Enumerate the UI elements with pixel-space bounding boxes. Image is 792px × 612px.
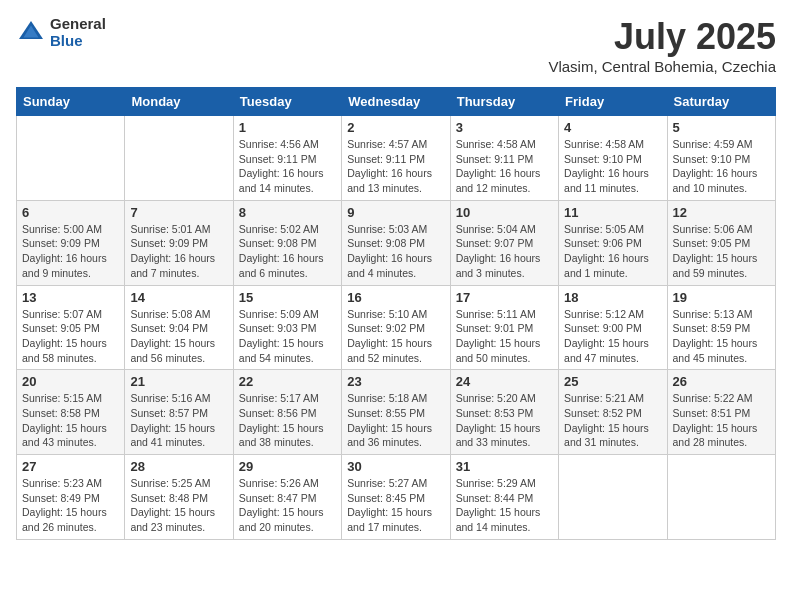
calendar-cell: 30Sunrise: 5:27 AM Sunset: 8:45 PM Dayli… [342,455,450,540]
day-number: 19 [673,290,770,305]
calendar-cell: 2Sunrise: 4:57 AM Sunset: 9:11 PM Daylig… [342,116,450,201]
day-info: Sunrise: 4:57 AM Sunset: 9:11 PM Dayligh… [347,137,444,196]
calendar-cell: 9Sunrise: 5:03 AM Sunset: 9:08 PM Daylig… [342,200,450,285]
calendar-cell: 31Sunrise: 5:29 AM Sunset: 8:44 PM Dayli… [450,455,558,540]
day-info: Sunrise: 5:07 AM Sunset: 9:05 PM Dayligh… [22,307,119,366]
calendar-cell: 26Sunrise: 5:22 AM Sunset: 8:51 PM Dayli… [667,370,775,455]
calendar-cell: 22Sunrise: 5:17 AM Sunset: 8:56 PM Dayli… [233,370,341,455]
day-number: 4 [564,120,661,135]
day-info: Sunrise: 5:01 AM Sunset: 9:09 PM Dayligh… [130,222,227,281]
day-number: 24 [456,374,553,389]
weekday-header: Tuesday [233,88,341,116]
day-info: Sunrise: 5:13 AM Sunset: 8:59 PM Dayligh… [673,307,770,366]
calendar-week-row: 6Sunrise: 5:00 AM Sunset: 9:09 PM Daylig… [17,200,776,285]
logo-icon [16,18,46,48]
day-info: Sunrise: 5:23 AM Sunset: 8:49 PM Dayligh… [22,476,119,535]
calendar-cell: 6Sunrise: 5:00 AM Sunset: 9:09 PM Daylig… [17,200,125,285]
day-number: 10 [456,205,553,220]
day-number: 21 [130,374,227,389]
day-number: 28 [130,459,227,474]
day-info: Sunrise: 5:27 AM Sunset: 8:45 PM Dayligh… [347,476,444,535]
day-number: 1 [239,120,336,135]
calendar-cell: 10Sunrise: 5:04 AM Sunset: 9:07 PM Dayli… [450,200,558,285]
day-number: 16 [347,290,444,305]
calendar-cell: 24Sunrise: 5:20 AM Sunset: 8:53 PM Dayli… [450,370,558,455]
weekday-header: Sunday [17,88,125,116]
calendar-cell: 25Sunrise: 5:21 AM Sunset: 8:52 PM Dayli… [559,370,667,455]
calendar-cell: 8Sunrise: 5:02 AM Sunset: 9:08 PM Daylig… [233,200,341,285]
day-number: 17 [456,290,553,305]
weekday-header: Saturday [667,88,775,116]
day-info: Sunrise: 4:56 AM Sunset: 9:11 PM Dayligh… [239,137,336,196]
calendar-week-row: 1Sunrise: 4:56 AM Sunset: 9:11 PM Daylig… [17,116,776,201]
day-number: 26 [673,374,770,389]
weekday-header: Wednesday [342,88,450,116]
day-number: 14 [130,290,227,305]
logo-blue: Blue [50,33,106,50]
day-number: 13 [22,290,119,305]
main-title: July 2025 [548,16,776,58]
day-number: 27 [22,459,119,474]
day-number: 22 [239,374,336,389]
weekday-header: Monday [125,88,233,116]
weekday-header: Thursday [450,88,558,116]
day-info: Sunrise: 5:17 AM Sunset: 8:56 PM Dayligh… [239,391,336,450]
calendar-cell: 29Sunrise: 5:26 AM Sunset: 8:47 PM Dayli… [233,455,341,540]
day-info: Sunrise: 5:05 AM Sunset: 9:06 PM Dayligh… [564,222,661,281]
calendar-cell: 16Sunrise: 5:10 AM Sunset: 9:02 PM Dayli… [342,285,450,370]
day-info: Sunrise: 5:02 AM Sunset: 9:08 PM Dayligh… [239,222,336,281]
calendar-cell: 7Sunrise: 5:01 AM Sunset: 9:09 PM Daylig… [125,200,233,285]
day-number: 18 [564,290,661,305]
day-info: Sunrise: 4:58 AM Sunset: 9:10 PM Dayligh… [564,137,661,196]
day-info: Sunrise: 5:08 AM Sunset: 9:04 PM Dayligh… [130,307,227,366]
day-number: 15 [239,290,336,305]
calendar-cell: 17Sunrise: 5:11 AM Sunset: 9:01 PM Dayli… [450,285,558,370]
day-number: 7 [130,205,227,220]
day-number: 11 [564,205,661,220]
day-info: Sunrise: 4:58 AM Sunset: 9:11 PM Dayligh… [456,137,553,196]
day-info: Sunrise: 5:00 AM Sunset: 9:09 PM Dayligh… [22,222,119,281]
calendar-cell: 4Sunrise: 4:58 AM Sunset: 9:10 PM Daylig… [559,116,667,201]
day-info: Sunrise: 4:59 AM Sunset: 9:10 PM Dayligh… [673,137,770,196]
day-number: 12 [673,205,770,220]
day-number: 25 [564,374,661,389]
day-number: 23 [347,374,444,389]
title-area: July 2025 Vlasim, Central Bohemia, Czech… [548,16,776,75]
day-info: Sunrise: 5:20 AM Sunset: 8:53 PM Dayligh… [456,391,553,450]
day-number: 9 [347,205,444,220]
calendar-cell: 3Sunrise: 4:58 AM Sunset: 9:11 PM Daylig… [450,116,558,201]
calendar-week-row: 20Sunrise: 5:15 AM Sunset: 8:58 PM Dayli… [17,370,776,455]
calendar-cell: 20Sunrise: 5:15 AM Sunset: 8:58 PM Dayli… [17,370,125,455]
day-info: Sunrise: 5:21 AM Sunset: 8:52 PM Dayligh… [564,391,661,450]
day-info: Sunrise: 5:16 AM Sunset: 8:57 PM Dayligh… [130,391,227,450]
calendar-cell: 19Sunrise: 5:13 AM Sunset: 8:59 PM Dayli… [667,285,775,370]
calendar-cell [17,116,125,201]
day-info: Sunrise: 5:29 AM Sunset: 8:44 PM Dayligh… [456,476,553,535]
day-number: 3 [456,120,553,135]
calendar-cell: 18Sunrise: 5:12 AM Sunset: 9:00 PM Dayli… [559,285,667,370]
calendar-week-row: 13Sunrise: 5:07 AM Sunset: 9:05 PM Dayli… [17,285,776,370]
day-number: 6 [22,205,119,220]
calendar-cell: 1Sunrise: 4:56 AM Sunset: 9:11 PM Daylig… [233,116,341,201]
day-info: Sunrise: 5:15 AM Sunset: 8:58 PM Dayligh… [22,391,119,450]
day-info: Sunrise: 5:25 AM Sunset: 8:48 PM Dayligh… [130,476,227,535]
logo: General Blue [16,16,106,49]
day-info: Sunrise: 5:12 AM Sunset: 9:00 PM Dayligh… [564,307,661,366]
day-number: 31 [456,459,553,474]
day-number: 8 [239,205,336,220]
weekday-header: Friday [559,88,667,116]
calendar-cell: 11Sunrise: 5:05 AM Sunset: 9:06 PM Dayli… [559,200,667,285]
calendar-cell: 15Sunrise: 5:09 AM Sunset: 9:03 PM Dayli… [233,285,341,370]
calendar-cell [125,116,233,201]
day-number: 20 [22,374,119,389]
day-number: 30 [347,459,444,474]
calendar-cell: 13Sunrise: 5:07 AM Sunset: 9:05 PM Dayli… [17,285,125,370]
day-number: 5 [673,120,770,135]
subtitle: Vlasim, Central Bohemia, Czechia [548,58,776,75]
calendar-cell: 21Sunrise: 5:16 AM Sunset: 8:57 PM Dayli… [125,370,233,455]
calendar-cell: 5Sunrise: 4:59 AM Sunset: 9:10 PM Daylig… [667,116,775,201]
day-number: 29 [239,459,336,474]
day-info: Sunrise: 5:03 AM Sunset: 9:08 PM Dayligh… [347,222,444,281]
day-number: 2 [347,120,444,135]
calendar-cell: 14Sunrise: 5:08 AM Sunset: 9:04 PM Dayli… [125,285,233,370]
